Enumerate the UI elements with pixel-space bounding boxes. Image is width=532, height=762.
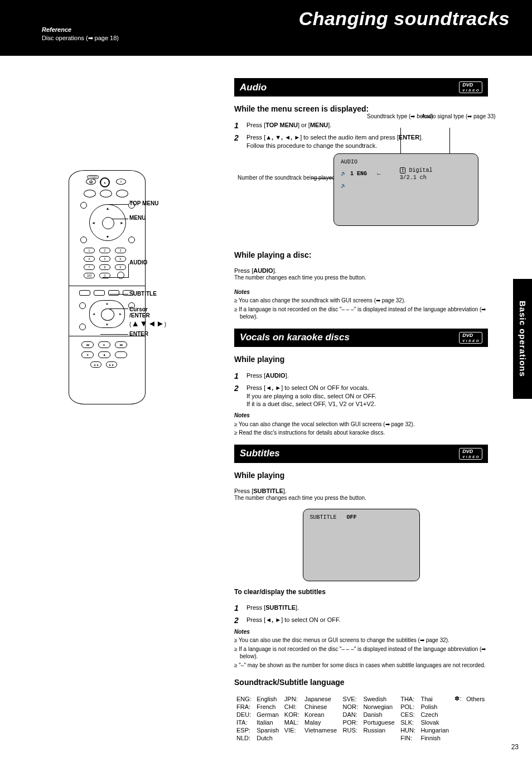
subhead-3: While playing <box>234 471 488 480</box>
notes-2: Notes ≥ You can also change the vocal se… <box>234 412 488 437</box>
subhead-1: While playing a disc: <box>234 250 488 259</box>
note-item: ≥ You can also use the disc menus or GUI… <box>234 636 488 644</box>
note-item: ≥ You can also change the vocal selectio… <box>234 421 488 428</box>
speaker-icon-2: 🔊 <box>341 183 346 188</box>
sec3-clearsteps: 1Press [SUBTITLE].2Press [◄, ►] to selec… <box>234 604 488 625</box>
osd-audio-ch: 3/2.1 ch <box>400 175 427 181</box>
rocker-ring: ▲ ▼ ◄ ► <box>89 300 125 328</box>
up-arrow-icon: ▲ <box>106 206 110 210</box>
reference-label: Reference <box>42 26 71 33</box>
subhead-2: While playing <box>234 355 488 364</box>
cursor-triangles: (▲▼◄►) <box>129 319 166 328</box>
sec1-body: Press [AUDIO].The number changes each ti… <box>234 267 488 281</box>
num-2: 2 <box>99 248 110 253</box>
ff-btn: ►► <box>106 361 117 368</box>
num-7: 7 <box>84 264 95 270</box>
num-9: 9 <box>115 264 126 270</box>
note-item: ≥ Read the disc's instructions for detai… <box>234 429 488 437</box>
topmenu-button <box>80 202 87 209</box>
page-title: Changing soundtracks <box>299 8 510 30</box>
osd-subtitle: SUBTITLE OFF <box>303 509 420 581</box>
note-item: ≥ You can also change the soundtrack wit… <box>234 297 488 305</box>
clear-hd: To clear/display the subtitles <box>234 588 488 596</box>
heading-karaoke-text: Vocals on karaoke discs <box>240 332 350 343</box>
audio-button <box>94 290 105 296</box>
remote-column: POWER ⏻ ▲ ⊙ ▲ ▼ ◄ ► 1 2 3 4 5 <box>40 170 174 404</box>
oval-button-1 <box>84 190 96 197</box>
power-button: ⏻ <box>86 179 96 185</box>
heading-audio: Audio DVD V I D E O <box>234 78 488 97</box>
down-arrow-icon: ▼ <box>106 235 110 239</box>
oval-button-3 <box>116 190 128 197</box>
rocker-l2 <box>79 324 86 330</box>
skip-next: ⏭ <box>115 341 127 348</box>
subtitle-button <box>79 290 90 296</box>
label-enter: ENTER <box>129 331 148 337</box>
num-6: 6 <box>115 256 126 262</box>
sec3-body: Press [SUBTITLE].The number changes each… <box>234 488 488 501</box>
dvd-badge-2: DVD V I D E O <box>459 332 482 344</box>
line-audio-v <box>128 264 129 278</box>
page-header: Reference Disc operations (➡ page 18) Ch… <box>0 0 532 56</box>
right-column: Audio DVD V I D E O While the menu scree… <box>234 78 488 742</box>
lang-row: ITA:ItalianMAL:MalayPOR:PortugueseSLK:Sl… <box>234 718 488 726</box>
num-3: 3 <box>115 248 126 253</box>
lang-row: NLD:DutchFIN:Finnish <box>234 734 488 742</box>
play-btn: ► <box>98 341 110 348</box>
note-item: ≥ "–" may be shown as the number for som… <box>234 662 488 669</box>
label-menu: MENU <box>129 215 146 221</box>
osd-label-type: Soundtrack type (➡ below) <box>367 113 423 119</box>
stop-btn: ■ <box>98 351 110 358</box>
reference-text1: Disc operations <box>42 35 86 41</box>
pause-btn: ⏸ <box>81 351 94 358</box>
label-cursor: Cursor /ENTER <box>129 306 150 319</box>
language-table: ENG:EnglishJPN:JapaneseSVE:SwedishTHA:Th… <box>234 695 488 742</box>
heading-subtitles: Subtitles DVD V I D E O <box>234 445 488 463</box>
lead-1: While the menu screen is displayed: <box>234 104 488 113</box>
line-audio <box>103 277 128 278</box>
osd-label-sig: Audio signal type (➡ page 33) <box>422 113 483 119</box>
lang-row: ESP:SpanishVIE:VietnameseRUS:RussianHUN:… <box>234 726 488 734</box>
osd-audio: AUDIO 🔊 1 ENG ← Î Digital 3/2.1 ch 🔊 <box>333 153 478 226</box>
label-topmenu: TOP MENU <box>129 200 158 206</box>
osd-audio-num: 1 ENG <box>350 170 367 177</box>
notes-3: Notes ≥ You can also use the disc menus … <box>234 628 488 669</box>
line-enter <box>100 334 128 335</box>
oval-button-2 <box>100 190 112 197</box>
osd-audio-title: AUDIO <box>341 158 357 166</box>
sec2-steps: 1Press [AUDIO].2Press [◄, ►] to select O… <box>234 372 488 409</box>
cursor-ring: ▲ ▼ ◄ ► <box>89 204 126 241</box>
lang-row: FRA:FrenchCHI:ChineseNOR:NorwegianPOL:Po… <box>234 703 488 711</box>
notes-1: Notes ≥ You can also change the soundtra… <box>234 288 488 321</box>
heading-subtitles-text: Subtitles <box>240 448 280 459</box>
rocker-l1 <box>79 302 86 309</box>
osd-sub-val: OFF <box>347 514 357 520</box>
osd-line-curr <box>311 178 336 179</box>
left-arrow-icon: ◄ <box>91 221 95 225</box>
return-button <box>80 237 87 243</box>
right-arrow-icon: ► <box>120 221 124 225</box>
osd-wrap-1: Number of the soundtrack being played So… <box>234 153 488 243</box>
osd-audio-digital: Digital <box>409 167 432 173</box>
osd-sub-title: SUBTITLE <box>310 514 337 520</box>
display-button <box>128 237 135 243</box>
step-item: 2Press [◄, ►] to select ON or OFF for vo… <box>234 384 488 409</box>
lang-heading: Soundtrack/Subtitle language <box>234 678 488 687</box>
note-item: ≥ If a language is not recorded on the d… <box>234 645 488 660</box>
line-menu <box>112 219 128 219</box>
nav-cluster: ▲ ▼ ◄ ► <box>83 202 133 243</box>
label-audio: AUDIO <box>129 259 147 266</box>
dvd-badge-3: DVD V I D E O <box>459 448 482 460</box>
speaker-icon: 🔊 <box>341 171 346 176</box>
dvd-badge-1: DVD V I D E O <box>459 81 482 93</box>
side-tab: Basic operations <box>513 279 532 399</box>
num-1: 1 <box>84 248 95 253</box>
reference-note: Reference Disc operations (➡ page 18) <box>42 26 220 43</box>
num-100: 100 <box>84 273 95 278</box>
line-subtitle <box>109 294 128 295</box>
heading-audio-text: Audio <box>240 82 267 93</box>
angle-button <box>108 290 119 296</box>
skip-prev: ⏮ <box>81 341 94 348</box>
lang-row: ENG:EnglishJPN:JapaneseSVE:SwedishTHA:Th… <box>234 695 488 703</box>
note-item: ≥ If a language is not recorded on the d… <box>234 306 488 321</box>
